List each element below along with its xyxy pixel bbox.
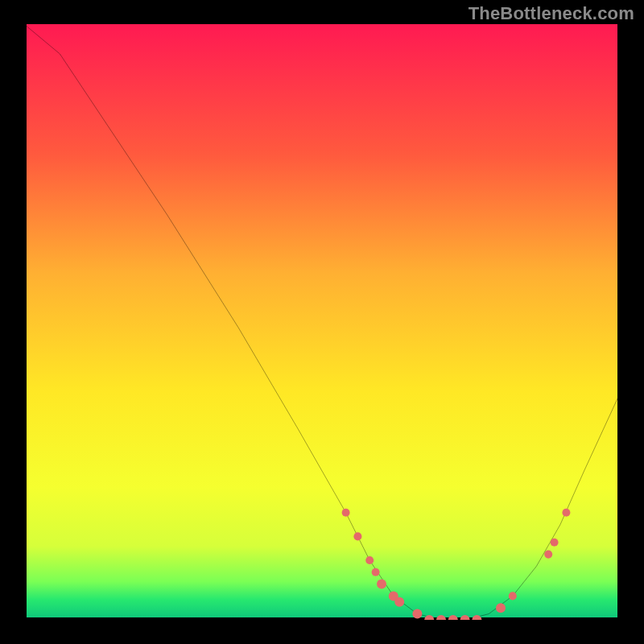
chart-background-gradient: [24, 24, 620, 620]
watermark-text: TheBottleneck.com: [469, 3, 634, 24]
chart-stage: TheBottleneck.com: [0, 0, 644, 644]
